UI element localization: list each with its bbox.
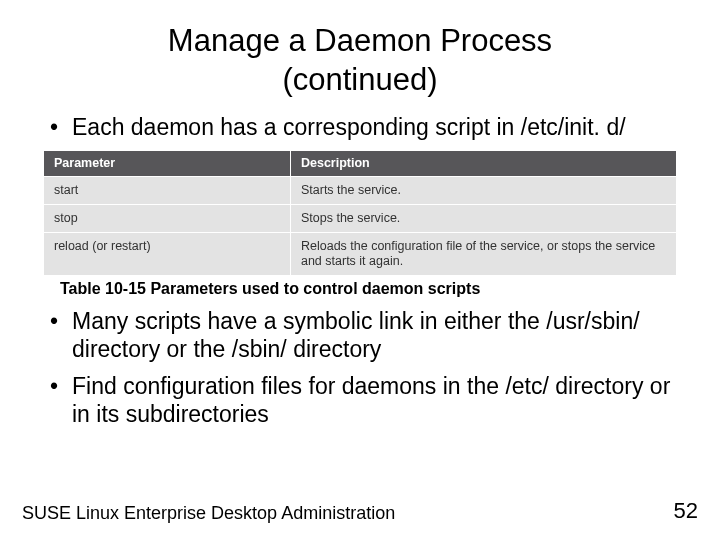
bullets-top: Each daemon has a corresponding script i… <box>44 114 676 142</box>
table-header-cell: Description <box>290 151 676 177</box>
slide-title: Manage a Daemon Process (continued) <box>0 0 720 100</box>
table-cell: start <box>44 177 290 205</box>
table-row: start Starts the service. <box>44 177 676 205</box>
table-header-row: Parameter Description <box>44 151 676 177</box>
bullet-item: Find configuration files for daemons in … <box>44 373 676 428</box>
table-caption: Table 10-15 Parameters used to control d… <box>60 279 676 298</box>
title-line-2: (continued) <box>282 62 437 97</box>
table-cell: Stops the service. <box>290 205 676 233</box>
table-cell: Reloads the configuration file of the se… <box>290 233 676 276</box>
table-row: reload (or restart) Reloads the configur… <box>44 233 676 276</box>
slide-body: Each daemon has a corresponding script i… <box>0 100 720 429</box>
table-cell: reload (or restart) <box>44 233 290 276</box>
table-row: stop Stops the service. <box>44 205 676 233</box>
bullet-text: Many scripts have a symbolic link in eit… <box>72 308 640 362</box>
footer-left: SUSE Linux Enterprise Desktop Administra… <box>22 503 395 524</box>
page-number: 52 <box>674 498 698 524</box>
bullet-text: Find configuration files for daemons in … <box>72 373 670 427</box>
bullet-text: Each daemon has a corresponding script i… <box>72 114 626 140</box>
parameter-table: Parameter Description start Starts the s… <box>44 151 676 275</box>
bullet-item: Many scripts have a symbolic link in eit… <box>44 308 676 363</box>
parameter-table-wrap: Parameter Description start Starts the s… <box>44 151 676 275</box>
table-header-cell: Parameter <box>44 151 290 177</box>
table-cell: stop <box>44 205 290 233</box>
bullet-item: Each daemon has a corresponding script i… <box>44 114 676 142</box>
table-cell: Starts the service. <box>290 177 676 205</box>
slide: Manage a Daemon Process (continued) Each… <box>0 0 720 540</box>
bullets-bottom: Many scripts have a symbolic link in eit… <box>44 308 676 428</box>
title-line-1: Manage a Daemon Process <box>168 23 552 58</box>
